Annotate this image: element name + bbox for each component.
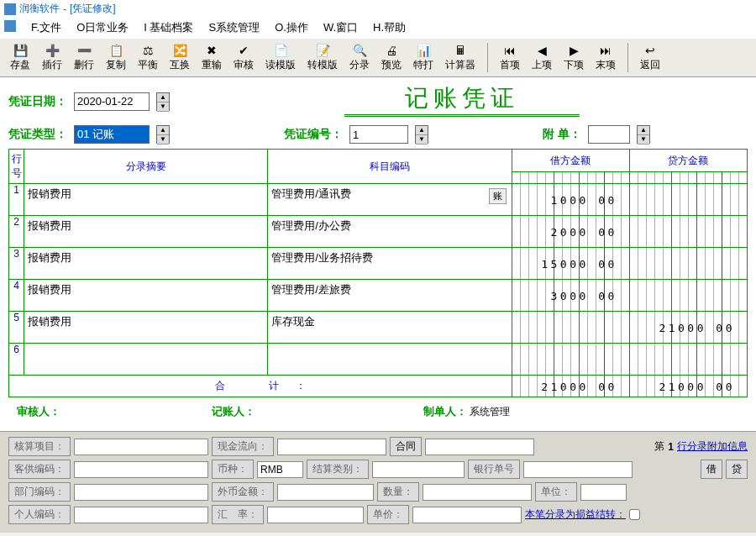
btn-person[interactable]: 个人编码： bbox=[8, 505, 71, 524]
cell-summary[interactable]: 报销费用 bbox=[24, 312, 268, 344]
tool-分录[interactable]: 🔍分录 bbox=[346, 41, 373, 74]
input-unit[interactable] bbox=[580, 484, 627, 501]
table-row[interactable]: 3 报销费用 管理费用/业务招待费 15000 00 bbox=[9, 248, 748, 280]
menu-help[interactable]: H.帮助 bbox=[373, 20, 406, 35]
tool-特打[interactable]: 📊特打 bbox=[410, 41, 437, 74]
input-currency[interactable] bbox=[257, 461, 303, 478]
menu-daily[interactable]: O日常业务 bbox=[76, 20, 129, 35]
cell-summary[interactable]: 报销费用 bbox=[24, 280, 268, 312]
btn-settle-type[interactable]: 结算类别： bbox=[307, 460, 369, 479]
cell-credit[interactable] bbox=[629, 216, 747, 248]
tool-审核[interactable]: ✔审核 bbox=[230, 41, 257, 74]
chk-profit-loss[interactable] bbox=[629, 509, 640, 520]
input-person[interactable] bbox=[74, 507, 208, 523]
input-settle-type[interactable] bbox=[372, 461, 465, 478]
cell-subject[interactable]: 管理费用/差旅费 bbox=[268, 280, 512, 312]
tool-label: 计算器 bbox=[445, 58, 475, 72]
cell-summary[interactable]: 报销费用 bbox=[24, 216, 268, 248]
cell-credit[interactable] bbox=[629, 184, 747, 216]
menu-file[interactable]: F.文件 bbox=[31, 20, 61, 35]
cell-subject[interactable]: 管理费用/通讯费账 bbox=[268, 184, 512, 216]
table-row[interactable]: 2 报销费用 管理费用/办公费 2000 00 bbox=[9, 216, 748, 248]
tool-返回[interactable]: ↩返回 bbox=[637, 41, 664, 74]
tool-计算器[interactable]: 🖩计算器 bbox=[442, 41, 479, 74]
btn-rate[interactable]: 汇 率： bbox=[212, 505, 264, 524]
btn-cashflow[interactable]: 现金流向： bbox=[212, 437, 274, 456]
table-row[interactable]: 4 报销费用 管理费用/差旅费 3000 00 bbox=[9, 280, 748, 312]
tool-上项[interactable]: ◀上项 bbox=[528, 41, 555, 74]
attach-spinner[interactable]: ▲▼ bbox=[637, 125, 650, 144]
input-account-item[interactable] bbox=[74, 439, 208, 455]
tool-存盘[interactable]: 💾存盘 bbox=[7, 41, 34, 74]
type-spinner[interactable]: ▲▼ bbox=[156, 125, 170, 144]
input-price[interactable] bbox=[412, 507, 522, 523]
btn-contract[interactable]: 合同 bbox=[390, 437, 422, 456]
menu-system[interactable]: S系统管理 bbox=[208, 20, 260, 35]
menu-window[interactable]: W.窗口 bbox=[323, 20, 358, 35]
cell-credit[interactable] bbox=[629, 344, 747, 376]
menu-archive[interactable]: I 基础档案 bbox=[144, 20, 193, 35]
tool-下项[interactable]: ▶下项 bbox=[560, 41, 587, 74]
tool-预览[interactable]: 🖨预览 bbox=[378, 41, 405, 74]
link-attach-info[interactable]: 行分录附加信息 bbox=[677, 439, 748, 454]
复制-icon: 📋 bbox=[108, 43, 124, 58]
btn-currency[interactable]: 币种： bbox=[212, 460, 254, 479]
vno-input[interactable] bbox=[349, 125, 408, 144]
cell-debit[interactable]: 2000 00 bbox=[512, 216, 629, 248]
btn-account-item[interactable]: 核算项目： bbox=[8, 437, 71, 456]
cell-summary[interactable] bbox=[24, 344, 268, 376]
cell-debit[interactable] bbox=[512, 344, 629, 376]
btn-dept[interactable]: 部门编码： bbox=[8, 482, 71, 502]
acct-lookup-button[interactable]: 账 bbox=[489, 188, 507, 204]
cell-subject[interactable]: 管理费用/业务招待费 bbox=[268, 248, 512, 280]
input-bank-no[interactable] bbox=[523, 461, 633, 478]
cell-credit[interactable] bbox=[629, 280, 747, 312]
btn-debit[interactable]: 借 bbox=[701, 460, 722, 479]
tool-重输[interactable]: ✖重输 bbox=[198, 41, 225, 74]
btn-bank-no[interactable]: 银行单号 bbox=[468, 460, 520, 479]
btn-price[interactable]: 单价： bbox=[367, 505, 409, 524]
tool-首项[interactable]: ⏮首项 bbox=[496, 41, 523, 74]
btn-credit[interactable]: 贷 bbox=[726, 460, 748, 479]
date-spinner[interactable]: ▲▼ bbox=[156, 92, 170, 111]
type-input[interactable] bbox=[74, 125, 150, 144]
cell-summary[interactable]: 报销费用 bbox=[24, 248, 268, 280]
cell-credit[interactable]: 21000 00 bbox=[629, 312, 747, 344]
vno-spinner[interactable]: ▲▼ bbox=[415, 125, 428, 144]
btn-foreign-amt[interactable]: 外币金额： bbox=[212, 482, 274, 502]
table-row[interactable]: 5 报销费用 库存现金 21000 00 bbox=[9, 312, 748, 344]
cell-subject[interactable] bbox=[268, 344, 512, 376]
btn-supplier[interactable]: 客供编码： bbox=[8, 460, 71, 479]
tool-平衡[interactable]: ⚖平衡 bbox=[134, 41, 161, 74]
cell-debit[interactable] bbox=[512, 312, 629, 344]
cell-summary[interactable]: 报销费用 bbox=[24, 184, 268, 216]
table-row[interactable]: 6 bbox=[9, 344, 748, 376]
input-foreign-amt[interactable] bbox=[277, 484, 374, 501]
date-input[interactable] bbox=[74, 92, 150, 111]
tool-删行[interactable]: ➖删行 bbox=[71, 41, 97, 74]
input-cashflow[interactable] bbox=[277, 439, 386, 455]
chk-profit-loss-label[interactable]: 本笔分录为损益结转： bbox=[525, 507, 626, 522]
cell-credit[interactable] bbox=[629, 248, 747, 280]
cell-subject[interactable]: 库存现金 bbox=[268, 312, 512, 344]
table-row[interactable]: 1 报销费用 管理费用/通讯费账 1000 00 bbox=[9, 184, 748, 216]
input-dept[interactable] bbox=[74, 484, 208, 501]
cell-debit[interactable]: 3000 00 bbox=[512, 280, 629, 312]
tool-读模版[interactable]: 📄读模版 bbox=[262, 41, 299, 74]
input-contract[interactable] bbox=[425, 439, 534, 455]
input-rate[interactable] bbox=[267, 507, 364, 523]
tool-插行[interactable]: ➕插行 bbox=[39, 41, 66, 74]
menu-operate[interactable]: O.操作 bbox=[275, 20, 308, 35]
input-qty[interactable] bbox=[423, 484, 532, 501]
cell-debit[interactable]: 1000 00 bbox=[512, 184, 629, 216]
tool-互换[interactable]: 🔀互换 bbox=[166, 41, 193, 74]
tool-复制[interactable]: 📋复制 bbox=[102, 41, 129, 74]
attach-input[interactable] bbox=[588, 125, 630, 144]
cell-subject[interactable]: 管理费用/办公费 bbox=[268, 216, 512, 248]
btn-unit[interactable]: 单位： bbox=[535, 482, 577, 502]
tool-末项[interactable]: ⏭末项 bbox=[592, 41, 619, 74]
cell-debit[interactable]: 15000 00 bbox=[512, 248, 629, 280]
tool-转模版[interactable]: 📝转模版 bbox=[304, 41, 341, 74]
input-supplier[interactable] bbox=[74, 461, 208, 478]
btn-qty[interactable]: 数量： bbox=[377, 482, 419, 502]
